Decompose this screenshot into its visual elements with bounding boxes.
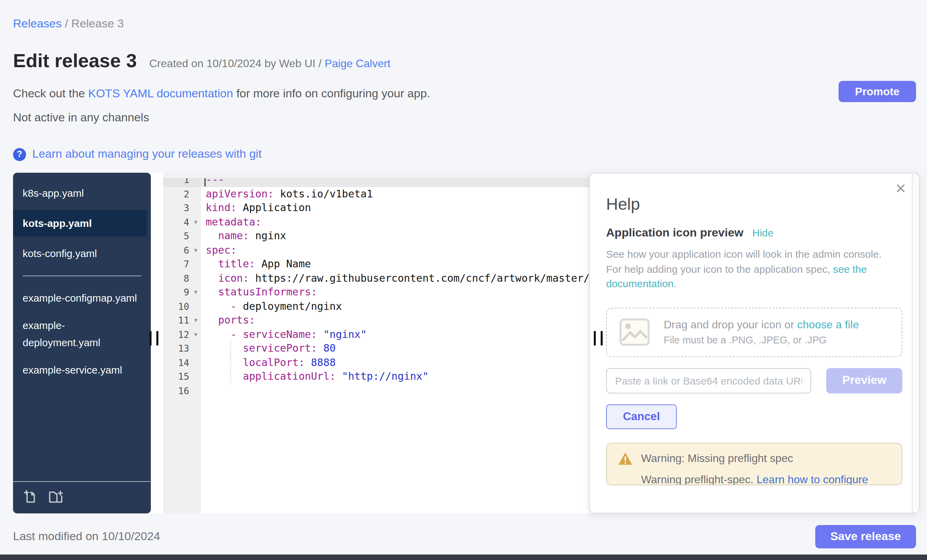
file-list-bottom: example-configmap.yamlexample-deployment…: [13, 287, 151, 387]
warning-icon: [618, 451, 633, 465]
fold-arrow-icon[interactable]: ▾: [191, 317, 201, 324]
gutter-line-4: 4▾: [163, 215, 201, 229]
gutter-line-2: 2: [163, 187, 201, 201]
breadcrumb-current: Release 3: [71, 17, 124, 30]
gutter-line-7: 7: [163, 257, 201, 271]
help-panel-scrollbar[interactable]: [912, 174, 917, 512]
git-releases-link[interactable]: Learn about managing your releases with …: [32, 146, 261, 162]
dropzone-text: Drag and drop your icon or: [664, 319, 798, 330]
sidebar-file-k8s-app.yaml[interactable]: k8s-app.yaml: [13, 182, 151, 203]
gutter-line-3: 3: [163, 201, 201, 215]
warning-body: Warning preflight-spec.: [641, 473, 757, 485]
last-modified-text: Last modified on 10/10/2024: [13, 530, 160, 543]
gutter-line-12: 12▾: [163, 327, 201, 341]
sidebar-file-example-deployment.yaml[interactable]: example-deployment.yaml: [13, 315, 151, 353]
gutter-line-9: 9▾: [163, 285, 201, 299]
breadcrumb: Releases / Release 3: [13, 17, 916, 32]
icon-preview-description: See how your application icon will look …: [606, 247, 897, 291]
icon-preview-title: Application icon preview: [606, 226, 743, 240]
cancel-button[interactable]: Cancel: [606, 404, 677, 429]
breadcrumb-separator: /: [62, 17, 71, 30]
warning-title: Warning: Missing preflight spec: [641, 452, 793, 464]
author-link[interactable]: Paige Calvert: [325, 58, 391, 69]
fold-arrow-icon[interactable]: ▾: [191, 331, 201, 338]
app-window: Releases / Release 3 Edit release 3 Crea…: [0, 0, 927, 560]
help-title: Help: [606, 194, 902, 214]
gutter-line-11: 11▾: [163, 313, 201, 327]
sidebar-file-kots-app.yaml[interactable]: kots-app.yaml: [13, 210, 147, 237]
save-release-button[interactable]: Save release: [815, 525, 916, 548]
fold-arrow-icon[interactable]: ▾: [191, 219, 201, 226]
file-list-divider: [23, 276, 141, 276]
preflight-warning: Warning: Missing preflight spec Warning …: [606, 442, 902, 485]
promote-button[interactable]: Promote: [839, 81, 916, 102]
created-text: Created on 10/10/2024 by Web UI /: [149, 58, 325, 69]
kots-yaml-docs-link[interactable]: KOTS YAML documentation: [88, 87, 233, 100]
gutter-line-15: 15: [163, 369, 201, 384]
gutter-line-1: 1: [163, 178, 201, 187]
channel-status: Not active in any channels: [13, 110, 916, 126]
preview-button[interactable]: Preview: [826, 368, 902, 393]
sidebar-resize-handle[interactable]: [149, 331, 158, 346]
page-title: Edit release 3: [13, 49, 137, 73]
file-sidebar: k8s-app.yamlkots-app.yamlkots-config.yam…: [13, 173, 151, 513]
help-panel-resize-handle[interactable]: [594, 331, 603, 346]
created-info: Created on 10/10/2024 by Web UI / Paige …: [149, 58, 391, 70]
text-cursor: [204, 178, 206, 186]
icon-url-input[interactable]: [606, 368, 811, 393]
close-icon[interactable]: ✕: [895, 182, 906, 195]
breadcrumb-releases-link[interactable]: Releases: [13, 17, 62, 30]
docs-prefix: Check out the: [13, 87, 88, 100]
sidebar-file-example-configmap.yaml[interactable]: example-configmap.yaml: [13, 287, 151, 308]
docs-note: Check out the KOTS YAML documentation fo…: [13, 87, 916, 102]
gutter-line-10: 10: [163, 299, 201, 313]
help-panel: ✕ Help Application icon preview Hide See…: [589, 173, 919, 513]
gutter-line-8: 8: [163, 271, 201, 285]
release-editor-area: k8s-app.yamlkots-app.yamlkots-config.yam…: [13, 173, 919, 513]
editor-gutter: 1234▾56▾789▾1011▾12▾13141516: [163, 178, 201, 513]
dropzone-filetypes: File must be a .PNG, .JPEG, or .JPG: [664, 333, 859, 347]
fold-arrow-icon[interactable]: ▾: [191, 289, 201, 296]
image-placeholder-icon: [619, 318, 650, 346]
bottom-edge: [0, 554, 927, 560]
docs-suffix: for more info on configuring your app.: [233, 87, 430, 100]
icon-dropzone[interactable]: Drag and drop your icon or choose a file…: [606, 307, 902, 357]
file-list-top: k8s-app.yamlkots-app.yamlkots-config.yam…: [13, 182, 151, 270]
learn-configure-link[interactable]: Learn how to configure: [757, 473, 868, 485]
description-period: .: [674, 278, 676, 289]
footer-bar: Last modified on 10/10/2024 Save release: [13, 524, 916, 549]
gutter-line-13: 13: [163, 341, 201, 355]
sidebar-footer: [13, 481, 151, 505]
sidebar-file-example-service.yaml[interactable]: example-service.yaml: [13, 359, 151, 380]
gutter-line-16: 16: [163, 384, 201, 398]
gutter-line-6: 6▾: [163, 243, 201, 257]
question-icon: ?: [13, 148, 26, 161]
gutter-line-14: 14: [163, 355, 201, 369]
choose-file-link[interactable]: choose a file: [798, 319, 859, 330]
title-row: Edit release 3 Created on 10/10/2024 by …: [13, 49, 916, 73]
git-help-row: ? Learn about managing your releases wit…: [13, 146, 916, 162]
new-folder-icon[interactable]: [48, 489, 63, 504]
gutter-line-5: 5: [163, 229, 201, 243]
hide-link[interactable]: Hide: [752, 227, 774, 238]
fold-arrow-icon[interactable]: ▾: [191, 247, 201, 253]
sidebar-file-kots-config.yaml[interactable]: kots-config.yaml: [13, 243, 151, 264]
new-file-icon[interactable]: [23, 489, 38, 504]
